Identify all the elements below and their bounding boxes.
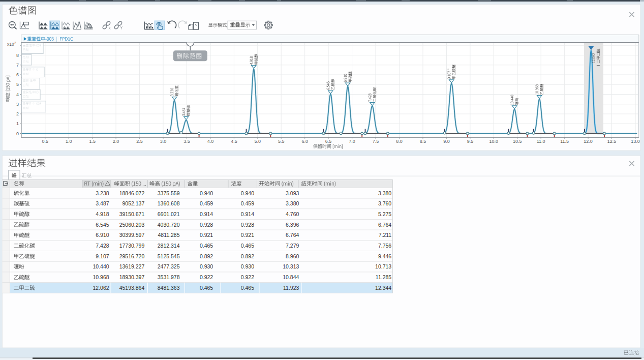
svg-text:30399.597: 30399.597 [119,232,145,238]
svg-text:11.5: 11.5 [560,139,569,144]
svg-text:29516.720: 29516.720 [119,253,145,259]
svg-text:0.922: 0.922 [200,274,213,280]
svg-text:8481.363: 8481.363 [158,285,180,291]
svg-text:10.713: 10.713 [375,263,391,269]
svg-text:25060.203: 25060.203 [119,222,145,228]
svg-text:12.344: 12.344 [375,285,391,291]
svg-text:3.0: 3.0 [160,139,167,144]
svg-text:5.275: 5.275 [378,211,391,217]
svg-text:3.093: 3.093 [286,190,299,196]
svg-text:10.5: 10.5 [513,139,522,144]
svg-text:0.940: 0.940 [241,190,254,196]
svg-text:0.459: 0.459 [200,200,213,206]
svg-text:0.459: 0.459 [241,200,254,206]
svg-text:0.465: 0.465 [241,285,254,291]
svg-text:1.0: 1.0 [66,139,72,144]
svg-text:8.5: 8.5 [420,139,426,144]
svg-text:7.0: 7.0 [349,139,355,144]
svg-text:6.764: 6.764 [286,232,299,238]
svg-text:0.465: 0.465 [200,285,213,291]
svg-text:x10: x10 [7,42,14,47]
svg-text:0.465: 0.465 [200,243,213,249]
svg-text:2: 2 [16,111,19,116]
svg-text:9.107: 9.107 [96,253,109,259]
svg-text:2.5: 2.5 [136,139,143,144]
svg-text:5: 5 [16,82,19,87]
svg-text:5.5: 5.5 [278,139,285,144]
svg-text:0.921: 0.921 [200,232,213,238]
svg-text:11.923: 11.923 [283,285,299,291]
svg-text:3.380: 3.380 [378,190,391,196]
svg-text:11.0: 11.0 [537,139,545,144]
svg-text:0.940: 0.940 [200,190,213,196]
svg-text:9052.137: 9052.137 [122,200,145,206]
svg-text:0.465: 0.465 [241,243,254,249]
svg-text:10.844: 10.844 [283,274,299,280]
svg-text:18846.072: 18846.072 [119,190,145,196]
svg-text:7.211: 7.211 [379,232,392,238]
svg-text:0.922: 0.922 [241,274,254,280]
svg-text:8.0: 8.0 [396,139,403,144]
svg-text:3.760: 3.760 [378,200,391,206]
svg-text:3: 3 [16,102,19,107]
svg-text:10.968: 10.968 [93,274,109,280]
svg-text:0.928: 0.928 [241,222,254,228]
svg-text:3.487: 3.487 [96,200,109,206]
svg-text:4811.285: 4811.285 [158,232,179,238]
svg-text:6.396: 6.396 [286,222,299,228]
svg-text:2.0: 2.0 [113,139,119,144]
svg-text:3531.978: 3531.978 [158,274,180,280]
svg-text:2812.314: 2812.314 [158,243,180,249]
svg-text:9.5: 9.5 [467,139,474,144]
svg-text:6: 6 [16,72,19,77]
svg-text:12.062: 12.062 [93,285,109,291]
svg-text:17730.799: 17730.799 [119,243,145,249]
svg-text:10.0: 10.0 [489,139,499,144]
svg-text:5125.545: 5125.545 [158,253,180,259]
svg-text:10.313: 10.313 [283,263,299,269]
svg-text:7.5: 7.5 [373,139,379,144]
svg-text:12.0: 12.0 [584,139,593,144]
svg-text:6.764: 6.764 [378,222,391,228]
svg-text:6.545: 6.545 [96,222,109,228]
svg-text:7.756: 7.756 [378,243,391,249]
svg-text:8: 8 [16,53,19,58]
svg-text:7.428: 7.428 [96,243,109,249]
svg-text:13619.227: 13619.227 [119,263,145,269]
svg-text:7.279: 7.279 [286,243,299,249]
svg-text:11.285: 11.285 [376,274,391,280]
svg-text:0.892: 0.892 [241,253,254,259]
svg-text:8.960: 8.960 [286,253,299,259]
svg-text:9.446: 9.446 [378,253,391,259]
svg-text:5.0: 5.0 [255,139,261,144]
svg-text:6.0: 6.0 [301,139,308,144]
svg-text:1: 1 [16,121,19,126]
svg-text:1360.608: 1360.608 [158,200,180,206]
svg-text:4.5: 4.5 [231,139,237,144]
svg-text:0: 0 [16,131,19,136]
svg-text:0.928: 0.928 [200,222,213,228]
svg-text:6.910: 6.910 [96,232,109,238]
svg-text:0.5: 0.5 [42,139,49,144]
svg-text:2: 2 [14,41,16,45]
svg-text:4.760: 4.760 [286,211,299,217]
svg-text:3375.559: 3375.559 [158,190,180,196]
svg-text:9.0: 9.0 [443,139,450,144]
svg-text:39150.671: 39150.671 [119,211,145,217]
svg-text:2477.325: 2477.325 [158,263,180,269]
svg-text:0.921: 0.921 [241,232,254,238]
svg-text:4: 4 [16,92,19,97]
svg-text:0.914: 0.914 [200,211,213,217]
svg-text:10.440: 10.440 [93,263,109,269]
svg-text:0.892: 0.892 [200,253,213,259]
svg-text:3.5: 3.5 [183,139,190,144]
svg-text:4.0: 4.0 [207,139,214,144]
svg-text:4.918: 4.918 [96,211,109,217]
svg-text:45193.864: 45193.864 [119,285,145,291]
svg-text:7: 7 [16,63,19,68]
svg-text:0.914: 0.914 [241,211,254,217]
svg-text:6.5: 6.5 [325,139,332,144]
svg-text:18930.397: 18930.397 [119,274,145,280]
svg-text:4030.720: 4030.720 [158,222,180,228]
svg-text:12.5: 12.5 [607,139,617,144]
